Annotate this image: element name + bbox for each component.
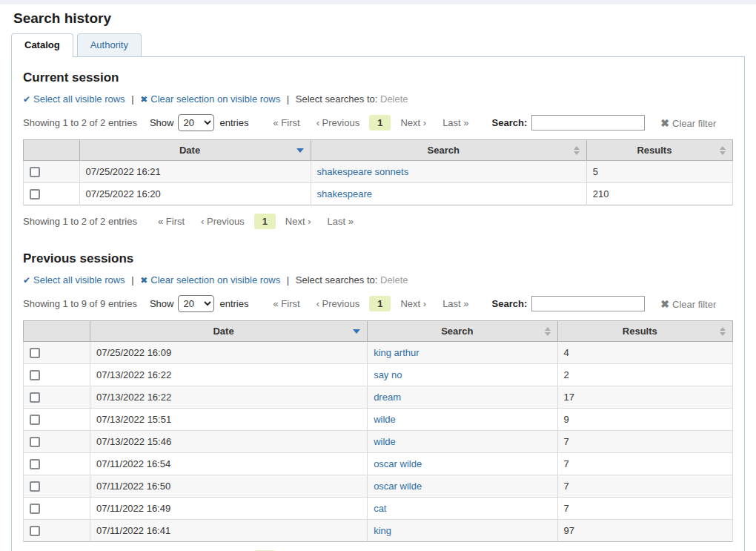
search-link[interactable]: king arthur bbox=[374, 347, 419, 358]
search-link[interactable]: wilde bbox=[374, 414, 396, 425]
row-checkbox[interactable] bbox=[30, 504, 40, 514]
search-date: 07/25/2022 16:09 bbox=[90, 342, 367, 364]
table-row: 07/11/2022 16:54oscar wilde7 bbox=[24, 453, 733, 475]
separator: | bbox=[287, 93, 289, 105]
select-all-link[interactable]: ✔Select all visible rows bbox=[23, 93, 125, 105]
pagination-previous-button[interactable]: ‹ Previous bbox=[194, 214, 251, 229]
search-input[interactable] bbox=[531, 296, 645, 311]
checkbox-cell bbox=[24, 364, 90, 386]
search-link[interactable]: oscar wilde bbox=[374, 481, 422, 492]
search-link[interactable]: cat bbox=[374, 503, 386, 514]
result-count: 7 bbox=[557, 475, 732, 498]
separator: | bbox=[131, 274, 133, 286]
page-size-select[interactable]: 20 bbox=[178, 295, 214, 312]
pagination-previous-button[interactable]: ‹ Previous bbox=[310, 115, 367, 131]
pagination-first-button[interactable]: « First bbox=[267, 115, 307, 131]
checkbox-cell bbox=[24, 183, 80, 205]
sort-descending-icon bbox=[296, 148, 304, 153]
search-link[interactable]: shakespeare bbox=[317, 188, 372, 199]
pagination-last-button[interactable]: Last » bbox=[436, 296, 475, 311]
clear-filter-button[interactable]: ✖Clear filter bbox=[660, 117, 716, 129]
delete-button[interactable]: Delete bbox=[380, 274, 408, 286]
date-column-header[interactable]: Date bbox=[79, 140, 311, 161]
row-checkbox[interactable] bbox=[30, 459, 40, 469]
search-date: 07/11/2022 16:49 bbox=[90, 498, 367, 520]
results-column-header[interactable]: Results bbox=[586, 140, 732, 161]
previous-sessions-table: Date Search Results 07/25/2022 16:09king… bbox=[23, 320, 733, 542]
search-link[interactable]: wilde bbox=[374, 436, 396, 447]
row-checkbox[interactable] bbox=[30, 437, 40, 447]
search-date: 07/25/2022 16:20 bbox=[79, 183, 311, 205]
check-icon: ✔ bbox=[23, 275, 30, 286]
search-column-header[interactable]: Search bbox=[311, 140, 586, 161]
tab-catalog[interactable]: Catalog bbox=[11, 33, 73, 57]
sort-both-icon bbox=[720, 146, 726, 155]
select-all-link[interactable]: ✔Select all visible rows bbox=[23, 274, 125, 286]
search-date: 07/11/2022 16:54 bbox=[90, 453, 367, 475]
select-searches-to-label: Select searches to: bbox=[296, 274, 378, 286]
table-row: 07/11/2022 16:41king97 bbox=[24, 520, 733, 542]
showing-entries-text: Showing 1 to 2 of 2 entries bbox=[23, 216, 137, 227]
pagination-previous-button[interactable]: ‹ Previous bbox=[310, 296, 367, 311]
checkbox-cell bbox=[24, 498, 90, 520]
results-column-header[interactable]: Results bbox=[557, 321, 732, 342]
search-date: 07/13/2022 16:22 bbox=[90, 364, 367, 386]
search-link[interactable]: king bbox=[374, 525, 391, 536]
result-count: 7 bbox=[557, 498, 732, 520]
current-session-section: Current session ✔Select all visible rows… bbox=[23, 70, 733, 229]
table-toolbar: Showing 1 to 9 of 9 entries Show 20 entr… bbox=[23, 295, 733, 312]
pagination-first-button[interactable]: « First bbox=[267, 296, 307, 311]
pagination-next-button[interactable]: Next › bbox=[279, 214, 318, 229]
search-cell: oscar wilde bbox=[368, 475, 557, 498]
search-date: 07/25/2022 16:21 bbox=[79, 161, 311, 183]
row-checkbox[interactable] bbox=[30, 370, 40, 380]
section-heading-current: Current session bbox=[23, 70, 733, 85]
page-size-select[interactable]: 20 bbox=[178, 114, 214, 131]
page-size-control: Show 20 entries bbox=[150, 114, 249, 131]
pagination-page-1-button[interactable]: 1 bbox=[369, 296, 391, 311]
checkbox-column-header bbox=[24, 321, 90, 342]
clear-selection-link[interactable]: ✖Clear selection on visible rows bbox=[140, 93, 280, 105]
search-link[interactable]: say no bbox=[374, 369, 402, 380]
row-checkbox[interactable] bbox=[30, 392, 40, 403]
pagination-page-1-button[interactable]: 1 bbox=[369, 115, 391, 131]
search-column-header[interactable]: Search bbox=[368, 321, 557, 342]
row-checkbox[interactable] bbox=[30, 481, 40, 492]
table-row: 07/11/2022 16:49cat7 bbox=[24, 498, 733, 520]
pagination-last-button[interactable]: Last » bbox=[436, 115, 475, 131]
search-cell: say no bbox=[368, 364, 557, 386]
chevrons-left-icon: « bbox=[273, 298, 279, 309]
pagination-last-button[interactable]: Last » bbox=[321, 214, 360, 229]
delete-button[interactable]: Delete bbox=[380, 93, 408, 105]
clear-selection-link[interactable]: ✖Clear selection on visible rows bbox=[140, 274, 280, 286]
date-column-header[interactable]: Date bbox=[90, 321, 367, 342]
pagination-page-1-button[interactable]: 1 bbox=[254, 214, 276, 229]
row-checkbox[interactable] bbox=[30, 526, 40, 536]
pagination-bottom: « First ‹ Previous 1 Next › Last » bbox=[150, 214, 362, 229]
pagination-first-button[interactable]: « First bbox=[151, 214, 191, 229]
search-cell: dream bbox=[368, 386, 557, 409]
pagination-next-button[interactable]: Next › bbox=[394, 296, 433, 311]
clear-filter-button[interactable]: ✖Clear filter bbox=[660, 298, 716, 310]
row-checkbox[interactable] bbox=[30, 415, 40, 425]
search-link[interactable]: oscar wilde bbox=[374, 458, 422, 469]
row-checkbox[interactable] bbox=[30, 189, 40, 199]
current-session-table: Date Search Results 07/25/2022 16:21shak… bbox=[23, 139, 733, 205]
tab-authority[interactable]: Authority bbox=[77, 33, 142, 56]
row-checkbox[interactable] bbox=[30, 348, 40, 358]
showing-entries-text: Showing 1 to 2 of 2 entries bbox=[23, 117, 137, 128]
result-count: 4 bbox=[557, 342, 732, 364]
search-input[interactable] bbox=[531, 115, 645, 131]
row-checkbox[interactable] bbox=[30, 167, 40, 177]
sort-both-icon bbox=[720, 327, 726, 336]
search-link[interactable]: shakespeare sonnets bbox=[317, 166, 409, 177]
chevron-right-icon: › bbox=[423, 117, 426, 128]
table-search-control: Search: bbox=[492, 296, 646, 311]
tab-content-panel: Current session ✔Select all visible rows… bbox=[11, 56, 745, 551]
checkbox-cell bbox=[24, 431, 90, 453]
page-size-control: Show 20 entries bbox=[150, 295, 249, 312]
search-link[interactable]: dream bbox=[374, 392, 401, 403]
chevron-left-icon: ‹ bbox=[201, 216, 204, 227]
pagination-next-button[interactable]: Next › bbox=[394, 115, 433, 131]
search-cell: king arthur bbox=[368, 342, 557, 364]
